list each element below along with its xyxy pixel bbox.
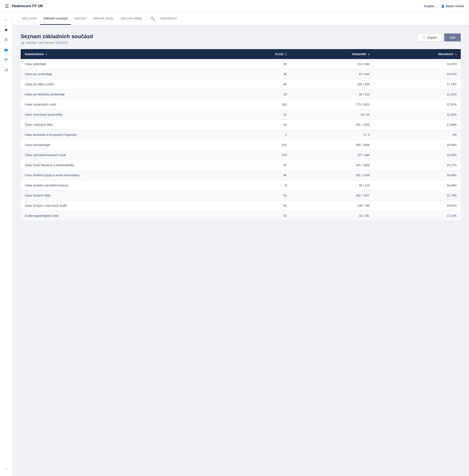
groups-icon [4,48,8,52]
export-button[interactable]: 📄 Export [417,33,442,42]
table-row[interactable]: Ústav české literatury a komparatistiky9… [21,160,461,170]
table-row[interactable]: Ústav pro dějiny umění48142 / 82617.19% [21,79,461,89]
table-row[interactable]: Ústav českého národního korpusu940 / 116… [21,180,461,190]
cell-dotazniku: 142 / 826 [291,79,373,89]
cell-navratnost: 15.47% [373,69,461,79]
table-row[interactable]: Ústav řeckých a latinských studií81148 /… [21,201,461,211]
cell-dotazniku: 773 / 2422 [291,99,373,110]
home-icon [5,18,7,22]
exit-icon [4,466,8,471]
sidebar-item-home[interactable] [2,16,10,24]
language-selector[interactable]: English [424,4,434,8]
table-row[interactable]: Ústav českých dějin91392 / 193721.79% [21,190,461,201]
col-header-dotazniku[interactable]: Dotazníků ⇅ [291,49,373,59]
table-row[interactable]: Ústav srovnávací jazykovědy1214 / 4431.8… [21,110,461,120]
page-title-area: Seznam základních součástí 📊 Výsledky · … [21,33,93,44]
tab-oborove-otazky[interactable]: Oborové otázky [117,12,145,25]
user-area[interactable]: Martin Roček [441,4,464,8]
sidebar-item-exit[interactable] [2,464,10,473]
tab-vyhledavani[interactable]: Vyhledávání [156,12,180,25]
table-head: Katedra/ústav ⇅ Kurzů ⇅ Dotazníků ⇅ Návr… [21,49,461,59]
cell-kurzu: 103 [226,150,291,160]
menu-icon[interactable] [5,4,9,9]
cell-navratnost: 31.92% [373,99,461,110]
search-tab-icon[interactable]: 🔍 [149,13,156,25]
table-row[interactable]: Český egyptologický ústav2231 / 18117.13… [21,211,461,221]
content-area: Seznam základních součástí 📊 Výsledky · … [12,25,469,229]
sort-icon-kurzu[interactable]: ⇅ [285,53,286,56]
cell-katedra: Český egyptologický ústav [21,211,226,221]
cell-navratnost: 18.52% [373,201,461,211]
sidebar-item-chart[interactable] [2,65,10,74]
cell-katedra: Ústav světových dějin [21,120,226,130]
tab-vyucujici[interactable]: Vyučující [71,12,90,25]
cell-katedra: Ústav východoevropských studií [21,150,226,160]
tab-divider [147,16,147,21]
cell-dotazniku: 112 / 684 [291,59,373,69]
cell-navratnost: 15.05% [373,150,461,160]
cell-katedra: Ústav řeckých a latinských studií [21,201,226,211]
cell-navratnost: 17.89% [373,120,461,130]
cell-navratnost: 0% [373,130,461,140]
table-row[interactable]: Ústav pro klasickou archeologii1926 / 12… [21,89,461,99]
page-title: Seznam základních součástí [21,33,93,40]
cell-navratnost: 34.48% [373,180,461,190]
cell-navratnost: 16.37% [373,59,461,69]
table-row[interactable]: Ústav politologie39112 / 68416.37% [21,59,461,69]
table-row[interactable]: Ústav románských studií183773 / 242231.9… [21,99,461,110]
tab-muj-rozvrh[interactable]: Můj rozvrh [19,12,40,25]
app-title: Hodnocení FF UK [12,4,43,8]
table-row[interactable]: Ústav translatologie150399 / 200620.03% [21,140,461,150]
cell-kurzu: 91 [226,190,291,201]
table-body: Ústav politologie39112 / 68416.37%Ústav … [21,59,461,221]
table-row[interactable]: Ústav pro archeologii3867 / 44415.47% [21,69,461,79]
tabs-bar: Můj rozvrh Základní součásti Vyučující O… [12,12,469,25]
page-header: Seznam základních součástí 📊 Výsledky · … [21,33,461,44]
cell-katedra: Ústav translatologie [21,140,226,150]
tab-obecne-otazky[interactable]: Obecné otázky [90,12,117,25]
cell-dotazniku: 399 / 2006 [291,140,373,150]
sidebar-item-courses[interactable] [2,26,10,34]
cell-navratnost: 20.03% [373,140,461,150]
sort-icon-navratnost[interactable]: ⇅ [455,53,457,56]
user-icon [441,4,445,8]
sidebar-item-groups[interactable] [2,46,10,54]
cell-dotazniku: 0 / 3 [291,130,373,140]
cell-navratnost: 31.82% [373,110,461,120]
table-row[interactable]: Ústav východoevropských studií103127 / 8… [21,150,461,160]
col-header-navratnost[interactable]: Návratnost ⇅ [373,49,461,59]
table-row[interactable]: Ústav teoretické a komputační lingvistik… [21,130,461,140]
page-subtitle: 📊 Výsledky · Letní semestr 2018/2019 [21,41,93,44]
cell-dotazniku: 391 / 1148 [291,170,373,180]
cell-navratnost: 21.31% [373,89,461,99]
cell-kurzu: 22 [226,211,291,221]
cell-katedra: Ústav politologie [21,59,226,69]
cell-katedra: Ústav teoretické a komputační lingvistik… [21,130,226,140]
sidebar-item-badge[interactable] [2,55,10,63]
cell-katedra: Ústav pro archeologii [21,69,226,79]
tab-zakladni-soucasti[interactable]: Základní součásti [40,12,71,25]
col-header-kurzu[interactable]: Kurzů ⇅ [226,49,291,59]
page-actions: 📄 Export Zpět [417,33,461,42]
cell-katedra: Ústav srovnávací jazykovědy [21,110,226,120]
back-button[interactable]: Zpět [444,33,461,42]
sort-icon-katedra[interactable]: ⇅ [46,53,47,56]
table-row[interactable]: Ústav českého jazyka a teorie komunikace… [21,170,461,180]
table-row[interactable]: Ústav světových dějin94251 / 140317.89% [21,120,461,130]
cell-kurzu: 38 [226,69,291,79]
cell-katedra: Ústav pro dějiny umění [21,79,226,89]
cell-kurzu: 97 [226,160,291,170]
cell-kurzu: 19 [226,89,291,99]
cell-dotazniku: 26 / 122 [291,89,373,99]
cell-navratnost: 34.06% [373,170,461,180]
col-header-katedra[interactable]: Katedra/ústav ⇅ [21,49,226,59]
export-icon: 📄 [422,35,426,39]
sort-icon-dotazniku[interactable]: ⇅ [368,53,369,56]
sidebar-item-layout[interactable] [2,35,10,44]
topbar: Hodnocení FF UK English Martin Roček [0,0,469,12]
cell-kurzu: 39 [226,59,291,69]
cell-katedra: Ústav českých dějin [21,190,226,201]
cell-katedra: Ústav románských studií [21,99,226,110]
cell-dotazniku: 392 / 1937 [291,190,373,201]
cell-kurzu: 150 [226,140,291,150]
